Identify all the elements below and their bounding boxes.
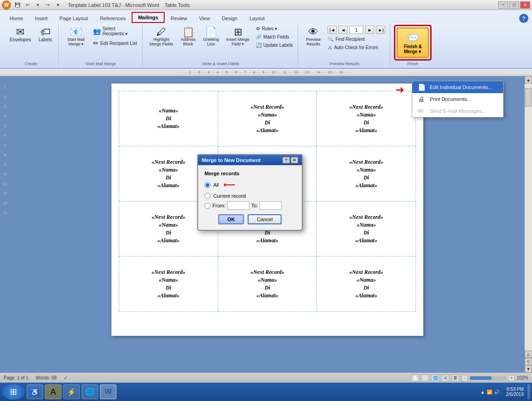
taskbar-icon-chrome[interactable]: 🌐 xyxy=(82,384,98,399)
first-record-btn[interactable]: |◄ xyxy=(327,26,337,34)
preview-results-button[interactable]: 👁 PreviewResults xyxy=(302,25,325,49)
scroll-track[interactable] xyxy=(525,84,532,351)
vertical-scrollbar[interactable]: ▲ △ ▽ ▼ xyxy=(525,76,532,373)
print-layout-btn[interactable]: 📄 xyxy=(411,374,419,382)
zoom-out-btn[interactable]: − xyxy=(461,375,468,381)
dropdown-arrow-indicator: ➔ xyxy=(396,84,404,96)
select-recipients-icon: 👥 xyxy=(93,28,101,35)
finish-merge-button[interactable]: 📨 Finish &Merge ▾ xyxy=(397,28,429,58)
outline-btn[interactable]: ≡ xyxy=(441,374,449,382)
edit-recipient-list-button[interactable]: ✏ Edit Recipient List xyxy=(91,38,139,48)
print-documents-item[interactable]: 🖨 Print Documents... xyxy=(412,93,503,105)
auto-check-label: Auto Check for Errors xyxy=(334,45,378,50)
from-radio[interactable] xyxy=(205,203,211,209)
match-fields-button[interactable]: 🔗 Match Fields xyxy=(254,33,295,41)
to-input[interactable] xyxy=(260,201,282,210)
tab-page-layout[interactable]: Page Layout xyxy=(54,13,94,23)
field-di-0-0: Di xyxy=(166,115,171,122)
greeting-line-button[interactable]: 📄 GreetingLine xyxy=(200,25,222,49)
edit-individual-documents-item[interactable]: 📄 Edit Individual Documents... xyxy=(412,81,503,93)
rules-button[interactable]: ⚙ Rules ▾ xyxy=(254,25,295,33)
from-to-row: From: To: xyxy=(205,201,295,210)
close-btn[interactable]: ✕ xyxy=(520,1,530,9)
clock-display[interactable]: 8:53 PM 2/6/2019 xyxy=(506,387,524,397)
next-record-btn[interactable]: ► xyxy=(365,26,374,34)
label-cell-1-2: «Next Record» «Nama» Di «Alamat» xyxy=(317,146,416,201)
envelopes-label: Envelopes xyxy=(10,37,31,42)
scroll-page-up-btn[interactable]: △ xyxy=(525,351,532,358)
scroll-thumb[interactable] xyxy=(525,88,532,106)
tab-view[interactable]: View xyxy=(193,13,216,23)
tab-home[interactable]: Home xyxy=(4,13,29,23)
update-labels-button[interactable]: 🔄 Update Labels xyxy=(254,41,295,49)
tray-show-btn[interactable]: ▲ xyxy=(480,390,485,395)
draft-btn[interactable]: ≣ xyxy=(451,374,460,382)
find-recipient-button[interactable]: 🔍 Find Recipient xyxy=(326,35,387,43)
dialog-help-btn[interactable]: ? xyxy=(283,157,290,163)
current-record-radio[interactable] xyxy=(205,193,211,199)
auto-check-errors-button[interactable]: ⚠ Auto Check for Errors xyxy=(326,44,387,51)
left-margin-ruler: 1234567891011121314 xyxy=(0,76,10,373)
labels-label: Labels xyxy=(39,37,52,42)
tab-review[interactable]: Review xyxy=(165,13,193,23)
scroll-down-btn[interactable]: ▼ xyxy=(525,365,532,373)
from-input[interactable] xyxy=(227,201,249,210)
labels-button[interactable]: 🏷 Labels xyxy=(35,25,55,45)
scroll-up-btn[interactable]: ▲ xyxy=(525,76,532,84)
show-desktop-btn[interactable] xyxy=(527,384,530,399)
dialog-close-btn[interactable]: ✕ xyxy=(291,157,298,163)
zoom-in-btn[interactable]: + xyxy=(508,375,515,381)
scroll-page-down-btn[interactable]: ▽ xyxy=(525,358,532,365)
current-record-radio-row: Current record xyxy=(205,193,295,199)
record-number-input[interactable] xyxy=(349,26,363,34)
maximize-btn[interactable]: □ xyxy=(509,1,519,9)
taskbar-icon-accessibility[interactable]: ♿ xyxy=(27,384,43,399)
tray-volume-icon[interactable]: 🔊 xyxy=(494,390,499,395)
tab-insert[interactable]: Insert xyxy=(29,13,54,23)
tray-network-icon[interactable]: 📶 xyxy=(487,390,492,395)
envelopes-button[interactable]: ✉ Envelopes xyxy=(6,25,34,45)
label-row-0: «Nama» Di «Alamat» «Next Record» «Nama» … xyxy=(119,91,416,146)
write-insert-buttons: 🖊 HighlightMerge Fields 📋 AddressBlock 📄… xyxy=(146,25,295,61)
full-screen-btn[interactable]: ⬜ xyxy=(421,374,429,382)
minimize-btn[interactable]: − xyxy=(498,1,508,9)
last-record-btn[interactable]: ►| xyxy=(376,26,385,34)
tab-references[interactable]: References xyxy=(94,13,132,23)
web-layout-btn[interactable]: 🌐 xyxy=(431,374,439,382)
taskbar-icon-app1[interactable]: A xyxy=(45,384,61,399)
save-btn[interactable]: 💾 xyxy=(13,1,22,9)
insert-merge-field-button[interactable]: ⊞ Insert MergeField ▾ xyxy=(223,25,253,49)
status-left: Page: 1 of 1 Words: 58 ✓ xyxy=(4,375,67,380)
prev-record-btn[interactable]: ◄ xyxy=(338,26,348,34)
all-radio-arrow: ⟵ xyxy=(223,180,235,190)
all-radio-label: All xyxy=(213,182,219,188)
highlight-merge-fields-button[interactable]: 🖊 HighlightMerge Fields xyxy=(146,25,177,49)
ruler: · · · 1 · · · 2 · · · 3 · · · 4 · · · 5 … xyxy=(0,69,532,76)
proofing-icon[interactable]: ✓ xyxy=(64,375,67,380)
tab-design[interactable]: Design xyxy=(216,13,244,23)
start-mail-merge-button[interactable]: 📧 Start MailMerge ▾ xyxy=(62,25,90,49)
undo-btn[interactable]: ↩ xyxy=(23,1,32,9)
help-button[interactable]: ? xyxy=(519,14,528,23)
tab-mailings[interactable]: Mailings xyxy=(132,12,165,23)
cancel-button[interactable]: Cancel xyxy=(248,214,282,224)
taskbar-icon-word[interactable]: W xyxy=(100,384,116,399)
ok-button[interactable]: OK xyxy=(218,214,244,224)
start-mail-merge-buttons: 📧 Start MailMerge ▾ 👥 SelectRecipients ▾… xyxy=(62,25,139,61)
taskbar-icon-app2[interactable]: ⚡ xyxy=(63,384,80,399)
rules-label: Rules ▾ xyxy=(262,26,277,31)
office-logo[interactable]: W xyxy=(2,0,11,10)
select-recipients-button[interactable]: 👥 SelectRecipients ▾ xyxy=(91,25,139,38)
address-block-button[interactable]: 📋 AddressBlock xyxy=(177,25,199,49)
start-button[interactable]: ⊞ xyxy=(2,384,25,400)
all-radio[interactable] xyxy=(205,182,211,188)
redo-btn[interactable]: ↪ xyxy=(43,1,52,9)
tab-layout[interactable]: Layout xyxy=(244,13,271,23)
undo-dropdown[interactable]: ▾ xyxy=(33,1,42,9)
start-mail-merge-group-label: Start Mail Merge xyxy=(86,61,116,66)
send-email-messages-item[interactable]: ✉ Send E-mail Messages... xyxy=(412,105,503,117)
zoom-bar xyxy=(470,376,506,380)
customize-btn[interactable]: ▾ xyxy=(53,1,62,9)
print-documents-label: Print Documents... xyxy=(430,96,471,102)
labels-icon: 🏷 xyxy=(40,27,50,37)
